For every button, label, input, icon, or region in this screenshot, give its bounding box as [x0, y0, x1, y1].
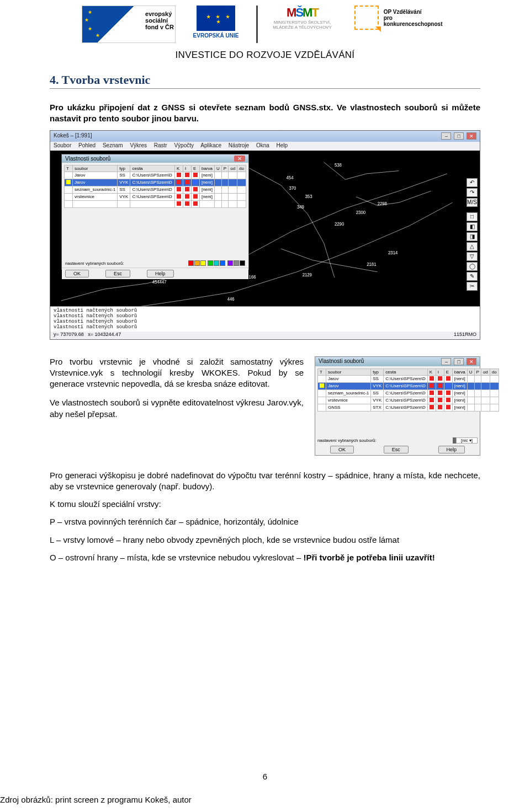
msmt-mark-icon: MŠMT	[260, 6, 344, 20]
files-table: T soubor typ cesta K I E barva U P od do	[64, 165, 246, 208]
log-line: vlastnosti načtených souborů	[54, 313, 476, 319]
svg-text:2129: 2129	[303, 272, 312, 277]
table-row[interactable]: JarovVYKC:\Users\SPSzem\D[není]	[318, 382, 499, 389]
table-row[interactable]: JarovVYKC:\Users\SPSzem\D [není]	[65, 179, 246, 186]
table-row[interactable]: GNSSSTXC:\Users\SPSzem\D [není]	[65, 200, 246, 207]
dialog-title: Vlastnosti souborů	[65, 156, 110, 162]
svg-text:353: 353	[305, 194, 312, 199]
log-line: vlastnosti načtených souborů	[54, 319, 476, 324]
tool-button[interactable]: ✂	[467, 282, 478, 291]
screenshot-vlastnosti-small: Vlastnosti souborů – □ ✕ Tsoubor typcest…	[315, 356, 480, 456]
tool-button[interactable]: ▽	[467, 252, 478, 261]
drawing-canvas[interactable]: 538 454 353 349 370 2290 2300 2298 166 2…	[50, 151, 480, 324]
table-row[interactable]: vrstevniceVYKC:\Users\SPSzem\D [není]	[65, 193, 246, 200]
section-heading: 4. Tvorba vrstevnic	[50, 73, 480, 89]
close-button[interactable]: ✕	[467, 358, 476, 365]
svg-text:446: 446	[227, 296, 235, 301]
table-header-row: T soubor typ cesta K I E barva U P od do	[65, 165, 246, 172]
paragraph-6: P – vrstva povinných terénních čar – spá…	[50, 516, 480, 527]
svg-text:166: 166	[249, 275, 256, 280]
ok-button[interactable]: OK	[65, 270, 89, 277]
col-header: I	[183, 165, 192, 172]
maximize-button[interactable]: □	[454, 132, 464, 140]
col-header: soubor	[73, 165, 118, 172]
nastav-label: nastavení vybraných souborů:	[65, 261, 124, 266]
header-subtitle: INVESTICE DO ROZVOJE VZDĚLÁVÁNÍ	[50, 50, 480, 61]
menu-item[interactable]: Aplikace	[200, 142, 221, 148]
log-line: vlastnosti načtených souborů	[54, 324, 476, 330]
menu-item[interactable]: Okna	[256, 142, 269, 148]
paragraph-3: Ve vlastnostech souborů si vypněte edito…	[50, 397, 304, 420]
menu-item[interactable]: Pohled	[78, 142, 96, 148]
col-header: barva	[200, 165, 215, 172]
tool-button[interactable]: ↶	[467, 178, 478, 187]
table-row[interactable]: JarovSSC:\Users\SPSzem\D[není]	[318, 375, 499, 382]
esc-button[interactable]: Esc	[105, 270, 130, 277]
svg-text:454: 454	[287, 175, 294, 180]
tool-button[interactable]: △	[467, 242, 478, 251]
statusbar: y= 737079.68 x= 1043244.47 1151RMO	[50, 332, 480, 339]
color-swatches[interactable]	[188, 260, 245, 267]
minimize-button[interactable]: –	[441, 132, 451, 140]
menu-item[interactable]: Výkres	[130, 142, 147, 148]
status-right: 1151RMO	[454, 332, 476, 339]
logo-eu-text: EVROPSKÁ UNIE	[186, 33, 246, 39]
menubar: Soubor Pohled Seznam Výkres Rastr Výpočt…	[50, 142, 480, 151]
help-button[interactable]: Help	[438, 446, 465, 453]
window-buttons: – □ ✕	[440, 132, 476, 140]
logo-eu: EVROPSKÁ UNIE	[186, 6, 246, 43]
paragraph-4: Pro generaci výškopisu je dobré nadefino…	[50, 470, 480, 493]
maximize-button[interactable]: □	[454, 358, 464, 365]
footer-source: Zdroj obrázků: print screen z programu K…	[0, 795, 192, 804]
col-header: cesta	[130, 165, 175, 172]
help-button[interactable]: Help	[147, 270, 174, 277]
dialog-close-button[interactable]: ✕	[234, 156, 245, 162]
tool-button[interactable]: ◧	[467, 222, 478, 231]
logo-msmt: MŠMT MINISTERSTVO ŠKOLSTVÍ,MLÁDEŽE A TĚL…	[256, 6, 344, 43]
esc-button[interactable]: Esc	[384, 446, 409, 453]
tool-button[interactable]: ✎	[467, 272, 478, 281]
log-line: vlastnosti načtených souborů	[54, 308, 476, 313]
paragraph-2: Pro tvorbu vrstevnic je vhodné si založi…	[50, 356, 304, 390]
page-number: 6	[0, 772, 530, 781]
table-row[interactable]: vrstevniceVYKC:\Users\SPSzem\D[není]	[318, 397, 499, 404]
eu-flag-icon	[197, 6, 235, 31]
tool-button[interactable]: ↷	[467, 188, 478, 197]
svg-text:2314: 2314	[388, 250, 398, 255]
paragraph-8b: !Při tvorbě je potřeba linii uzavřít!	[303, 553, 434, 562]
ok-button[interactable]: OK	[330, 446, 354, 453]
tool-button[interactable]: ◨	[467, 232, 478, 241]
dialog-vlastnosti-souboru: Vlastnosti souborů ✕ T soubor typ cesta …	[61, 154, 249, 270]
svg-text:2181: 2181	[367, 262, 377, 267]
tool-button[interactable]: □	[467, 212, 478, 221]
dialog2-title: Vlastnosti souborů	[319, 358, 364, 365]
minimize-button[interactable]: –	[441, 358, 451, 365]
header-logos: ★ ★ ★ ★ evropskýsociálnífond v ČR EVROPS…	[50, 0, 480, 43]
col-header: U	[215, 165, 222, 172]
paragraph-5: K tomu slouží speciální vrstvy:	[50, 499, 480, 510]
table-row[interactable]: seznam_souradnic-1SSC:\Users\SPSzem\D[ne…	[318, 389, 499, 397]
menu-item[interactable]: Nástroje	[229, 142, 249, 148]
col-header: T	[65, 165, 73, 172]
menu-item[interactable]: Rastr	[154, 142, 167, 148]
col-header: od	[229, 165, 237, 172]
col-header: K	[175, 165, 183, 172]
svg-text:2300: 2300	[356, 210, 366, 215]
menu-item[interactable]: Soubor	[54, 142, 71, 148]
tool-button[interactable]: M/S	[467, 198, 478, 207]
table-row[interactable]: seznam_souradnic-1SSC:\Users\SPSzem\D [n…	[65, 186, 246, 193]
table-row[interactable]: GNSSSTXC:\Users\SPSzem\D[není]	[318, 404, 499, 411]
close-button[interactable]: ✕	[467, 132, 476, 140]
window-title: Kokeš – [1:991]	[54, 132, 92, 140]
window-titlebar: Kokeš – [1:991] – □ ✕	[50, 131, 480, 142]
menu-item[interactable]: Help	[277, 142, 288, 148]
status-y: y= 737079.68	[54, 332, 84, 337]
paragraph-8: O – ostrovní hrany – místa, kde se vrste…	[50, 552, 480, 563]
logo-msmt-text: MINISTERSTVO ŠKOLSTVÍ,MLÁDEŽE A TĚLOVÝCH…	[260, 20, 344, 30]
table-row[interactable]: JarovSSC:\Users\SPSzem\D [není]	[65, 172, 246, 179]
svg-text:349: 349	[297, 204, 304, 209]
menu-item[interactable]: Výpočty	[174, 142, 194, 148]
color-combo[interactable]: [nic ▾]	[456, 437, 478, 444]
tool-button[interactable]: ◯	[467, 262, 478, 271]
menu-item[interactable]: Seznam	[103, 142, 123, 148]
